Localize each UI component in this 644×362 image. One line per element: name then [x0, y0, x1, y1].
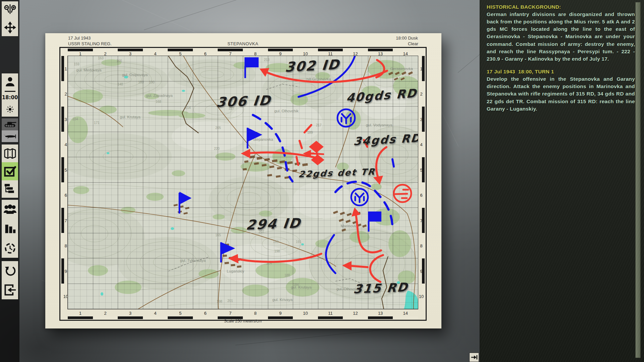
toolbar-group-status: 18:00 [1, 73, 18, 117]
briefing-scrollbar[interactable] [635, 2, 641, 358]
grid-number: 7 [64, 218, 67, 223]
red-arrow-315-shaft [350, 266, 368, 267]
grid-number: 12 [353, 311, 358, 316]
grid-number: 9 [420, 268, 422, 274]
air-units-button[interactable] [2, 130, 18, 142]
grid-number: 5 [179, 311, 181, 316]
briefing-heading: 17 Jul 1943 18:00, TURN 1 [487, 69, 635, 75]
red-dash-1 [305, 125, 311, 132]
grid-number: 6 [204, 311, 207, 316]
tasks-button[interactable] [2, 162, 18, 180]
grid-number: 4 [154, 311, 156, 316]
grid-number: 11 [328, 311, 333, 316]
map-border-checker-bottom [68, 316, 418, 319]
map-icon [4, 148, 16, 159]
org-chart-icon [4, 183, 16, 195]
sun-icon [5, 104, 15, 114]
history-clock-icon [4, 242, 16, 254]
briefing-body: Develop the offensive in the Stepanovka … [487, 75, 635, 113]
blue-front-arc-north [299, 56, 355, 97]
red-arrowhead-marinovka [352, 207, 361, 217]
personnel-button[interactable] [2, 200, 18, 219]
end-turn-button[interactable] [469, 353, 479, 362]
toolbar-group-info [1, 199, 18, 258]
restart-button[interactable] [2, 261, 18, 281]
scratch [144, 0, 265, 30]
blue-flag-302 [245, 57, 259, 78]
red-arrow-south-shaft [238, 254, 321, 262]
red-dash-3 [297, 157, 298, 165]
statistics-button[interactable] [2, 219, 18, 239]
airplane-icon [3, 133, 17, 140]
commander-button[interactable] [2, 73, 18, 89]
pan-tool-button[interactable] [2, 19, 18, 36]
bar-chart-icon [4, 223, 16, 234]
red-arrowhead-stepanovka [241, 149, 250, 158]
blue-flag-marinovka [368, 212, 381, 232]
grid-number: 3 [129, 311, 131, 316]
toolbar-group-views [1, 144, 18, 198]
red-diamond-upper [309, 141, 324, 153]
red-dash-2 [300, 141, 302, 148]
red-arrowhead-34gds [373, 176, 383, 185]
map-border-checker-top [68, 49, 418, 51]
org-structure-button[interactable] [2, 180, 18, 198]
red-crescent-315 [370, 255, 383, 282]
zoom-tool-button[interactable] [2, 1, 18, 19]
briefing-panel: HISTORICAL BACKGROUND:German infantry di… [480, 0, 644, 362]
commander-icon [5, 76, 15, 87]
map-view-button[interactable] [2, 144, 18, 162]
grid-number: 4 [64, 142, 67, 147]
grid-number: 3 [64, 117, 67, 122]
time-display: 18:00 [2, 93, 18, 102]
blue-unit-symbol-marinovka [351, 189, 368, 205]
grid-number: 13 [378, 311, 383, 316]
blue-front-arc-south [326, 235, 335, 273]
blue-flag-306 [248, 128, 262, 148]
ground-units-button[interactable] [2, 118, 18, 130]
restart-icon [4, 265, 16, 277]
grid-number: 8 [254, 311, 257, 316]
grid-number: 7 [229, 311, 231, 316]
operational-map-paper: 17 Jul 1943 USSR STALINO REG. STEPANOVKA… [45, 33, 441, 328]
grid-number: 6 [64, 193, 67, 198]
grid-number: 14 [403, 311, 408, 316]
red-artillery-symbol [394, 185, 411, 202]
toolbar-group-session [1, 261, 18, 300]
blue-dash-fragment [392, 159, 394, 167]
grid-number: 2 [420, 92, 422, 97]
grid-number: 7 [420, 218, 422, 223]
tasks-check-icon [4, 165, 16, 178]
grid-number: 5 [64, 167, 67, 172]
pan-icon [4, 21, 16, 34]
history-button[interactable] [2, 239, 18, 258]
red-arrow-34gds-shaft [376, 147, 386, 179]
grid-number: 6 [420, 193, 422, 198]
map-weather: Clear [68, 41, 418, 46]
grid-number: 10 [419, 294, 424, 299]
red-dash-4 [364, 140, 367, 147]
end-turn-icon [471, 354, 478, 361]
red-arrow-north-shaft [268, 71, 387, 82]
grid-numbers-bottom: 1234567891011121314 [68, 310, 418, 315]
exit-button[interactable] [2, 281, 18, 299]
grid-number: 3 [420, 117, 422, 122]
red-arrowhead-315 [342, 261, 352, 270]
grid-number: 1 [79, 311, 82, 316]
personnel-icon [3, 204, 17, 215]
toolbar-group-forces [1, 118, 18, 142]
grid-number: 5 [420, 167, 422, 172]
red-diamond-crossbar [311, 154, 323, 154]
weather-indicator [2, 102, 18, 117]
briefing-heading: HISTORICAL BACKGROUND: [487, 4, 635, 10]
map-content[interactable]: ' [68, 56, 418, 309]
toolbar-divider [5, 91, 15, 92]
briefing-body: German infantry divisions are disorganiz… [487, 11, 635, 63]
grid-number: 2 [104, 311, 106, 316]
exit-icon [4, 284, 16, 296]
time-label: 18:00 [2, 95, 18, 101]
grid-number: 9 [279, 311, 281, 316]
blue-unit-symbol-north [337, 109, 355, 127]
grid-number: 8 [64, 243, 67, 248]
grid-number: 8 [420, 243, 422, 248]
